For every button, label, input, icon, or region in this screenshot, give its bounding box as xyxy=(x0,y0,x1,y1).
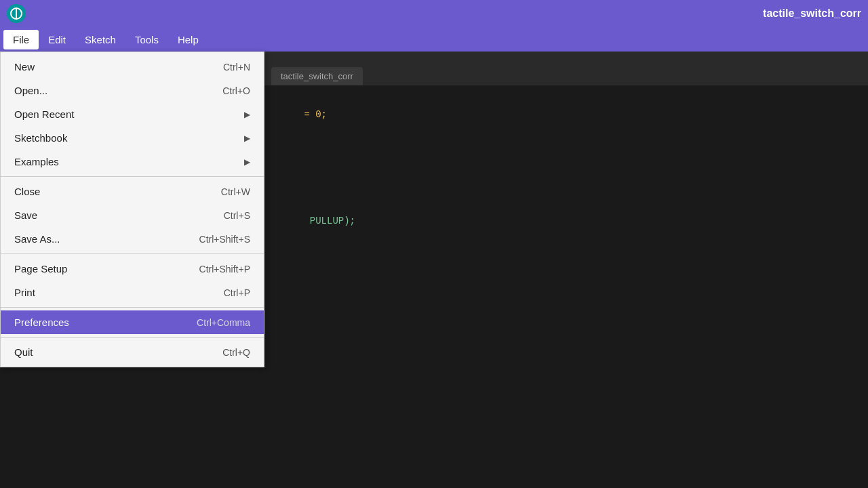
tab-bar: tactile_switch_corr xyxy=(264,52,868,85)
menu-item-preferences[interactable]: Preferences Ctrl+Comma xyxy=(1,310,264,334)
title-bar: tactile_switch_corr xyxy=(0,0,868,27)
menu-file[interactable]: File xyxy=(3,30,39,49)
code-line: PULLUP); xyxy=(298,214,861,228)
menu-item-open-recent-label: Open Recent xyxy=(14,108,74,120)
menu-tools[interactable]: Tools xyxy=(125,30,168,49)
menu-item-close-label: Close xyxy=(14,186,40,197)
menu-bar: File Edit Sketch Tools Help xyxy=(0,27,868,52)
separator-4 xyxy=(1,337,264,338)
menu-item-page-setup[interactable]: Page Setup Ctrl+Shift+P xyxy=(1,257,264,281)
menu-item-save-shortcut: Ctrl+S xyxy=(224,210,250,221)
menu-item-print-shortcut: Ctrl+P xyxy=(224,287,250,298)
separator-3 xyxy=(1,307,264,308)
menu-item-preferences-label: Preferences xyxy=(14,317,69,328)
menu-item-print[interactable]: Print Ctrl+P xyxy=(1,281,264,304)
menu-item-save-as-shortcut: Ctrl+Shift+S xyxy=(199,234,250,245)
menu-edit[interactable]: Edit xyxy=(39,30,75,49)
menu-help[interactable]: Help xyxy=(168,30,208,49)
menu-item-new-shortcut: Ctrl+N xyxy=(223,62,250,73)
code-line xyxy=(298,123,861,138)
menu-item-examples-label: Examples xyxy=(14,156,59,167)
editor-tab[interactable]: tactile_switch_corr xyxy=(271,67,363,85)
menu-item-new-label: New xyxy=(14,61,35,73)
menu-item-sketchbook[interactable]: Sketchbook ▶ xyxy=(1,126,264,150)
menu-item-save-as-label: Save As... xyxy=(14,233,60,245)
menu-item-open[interactable]: Open... Ctrl+O xyxy=(1,79,264,102)
menu-item-preferences-shortcut: Ctrl+Comma xyxy=(197,317,250,328)
menu-item-save-label: Save xyxy=(14,209,37,221)
examples-arrow-icon: ▶ xyxy=(244,157,250,167)
code-line xyxy=(298,183,861,198)
sketchbook-arrow-icon: ▶ xyxy=(244,134,250,143)
code-line xyxy=(298,92,861,107)
menu-item-page-setup-label: Page Setup xyxy=(14,263,67,274)
code-editor[interactable]: = 0; PULLUP); xyxy=(264,85,868,488)
menu-item-examples[interactable]: Examples ▶ xyxy=(1,150,264,174)
menu-item-print-label: Print xyxy=(14,287,35,298)
code-line xyxy=(298,153,861,168)
menu-item-page-setup-shortcut: Ctrl+Shift+P xyxy=(199,264,250,274)
menu-item-quit-shortcut: Ctrl+Q xyxy=(222,347,250,358)
code-line xyxy=(298,168,861,183)
code-line xyxy=(298,138,861,152)
menu-item-close-shortcut: Ctrl+W xyxy=(221,186,250,197)
separator-1 xyxy=(1,176,264,177)
menu-item-sketchbook-label: Sketchbook xyxy=(14,132,67,144)
separator-2 xyxy=(1,253,264,254)
open-recent-arrow-icon: ▶ xyxy=(244,110,250,119)
menu-item-open-recent[interactable]: Open Recent ▶ xyxy=(1,102,264,126)
code-line xyxy=(298,199,861,214)
menu-item-quit[interactable]: Quit Ctrl+Q xyxy=(1,340,264,364)
code-line: = 0; xyxy=(298,107,861,122)
menu-item-close[interactable]: Close Ctrl+W xyxy=(1,180,264,203)
menu-sketch[interactable]: Sketch xyxy=(75,30,125,49)
menu-item-new[interactable]: New Ctrl+N xyxy=(1,55,264,79)
app-logo xyxy=(7,4,26,23)
menu-item-open-shortcut: Ctrl+O xyxy=(222,85,250,96)
menu-item-save-as[interactable]: Save As... Ctrl+Shift+S xyxy=(1,227,264,251)
window-title: tactile_switch_corr xyxy=(763,7,861,20)
menu-item-open-label: Open... xyxy=(14,85,47,96)
menu-item-save[interactable]: Save Ctrl+S xyxy=(1,203,264,227)
menu-item-quit-label: Quit xyxy=(14,346,33,358)
main-content: New Ctrl+N Open... Ctrl+O Open Recent ▶ … xyxy=(0,52,868,488)
file-dropdown-menu: New Ctrl+N Open... Ctrl+O Open Recent ▶ … xyxy=(0,52,264,367)
